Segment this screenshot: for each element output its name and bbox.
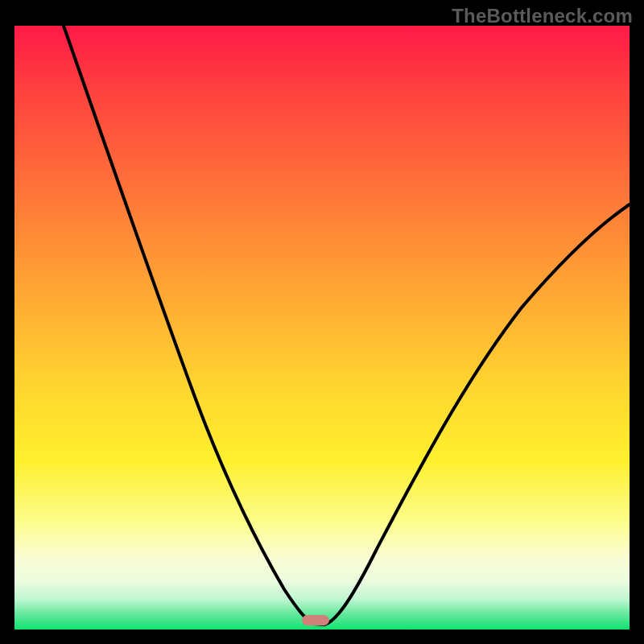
curve-path: [64, 26, 630, 625]
chart-frame: TheBottleneck.com: [0, 0, 644, 644]
bottleneck-curve: [14, 26, 630, 630]
watermark-text: TheBottleneck.com: [452, 5, 633, 27]
plot-area: [14, 26, 630, 630]
optimal-marker: [302, 615, 329, 625]
